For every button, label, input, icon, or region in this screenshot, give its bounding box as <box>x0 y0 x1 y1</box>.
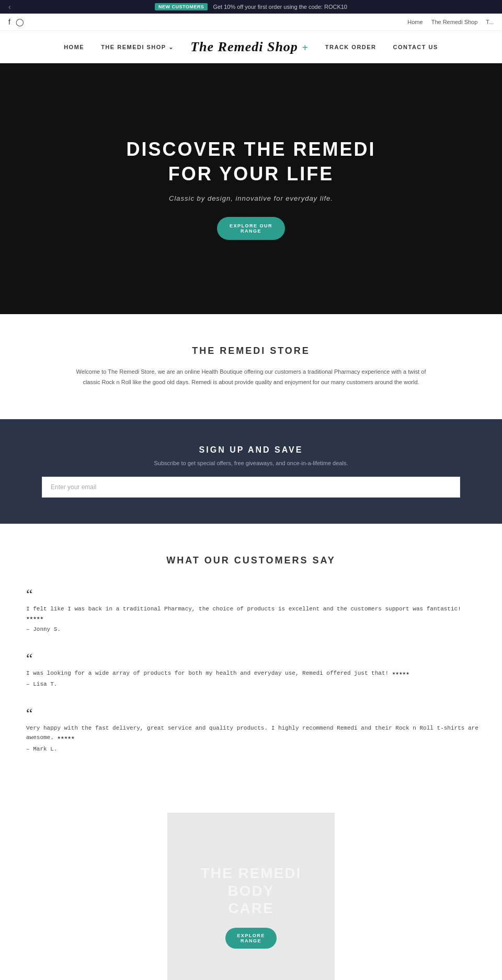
secondary-nav: f ◯ Home The Remedi Shop T... <box>0 14 502 31</box>
nav-shop[interactable]: THE REMEDI SHOP ⌄ <box>101 44 174 51</box>
testimonial-1: “ I felt like I was back in a traditiona… <box>21 587 481 632</box>
testimonial-text-1: I felt like I was back in a traditional … <box>26 605 481 623</box>
dropdown-chevron-icon: ⌄ <box>168 44 174 51</box>
email-input[interactable] <box>42 477 460 498</box>
nav-home[interactable]: HOME <box>64 44 84 50</box>
store-body: Welcome to The Remedi Store, we are an o… <box>73 367 429 388</box>
main-nav: HOME THE REMEDI SHOP ⌄ The Remedi Shop +… <box>0 31 502 63</box>
body-care-heading: THE REMEDI BODYCARE <box>178 864 324 917</box>
testimonial-2: “ I was looking for a wide array of prod… <box>21 651 481 688</box>
body-care-section: THE REMEDI BODYCARE EXPLORERANGE <box>0 802 502 980</box>
signup-subtext: Subscribe to get special offers, free gi… <box>42 460 460 466</box>
announcement-bar: ‹ NEW CUSTOMERS Get 10% off your first o… <box>0 0 502 14</box>
body-care-button[interactable]: EXPLORERANGE <box>225 928 277 949</box>
new-customers-badge: NEW CUSTOMERS <box>155 3 208 10</box>
prev-announcement-icon[interactable]: ‹ <box>8 3 11 11</box>
instagram-icon[interactable]: ◯ <box>16 18 24 26</box>
testimonials-heading: WHAT OUR CUSTOMERS SAY <box>21 555 481 566</box>
facebook-icon[interactable]: f <box>8 18 10 26</box>
signup-section: SIGN UP AND SAVE Subscribe to get specia… <box>0 419 502 524</box>
quote-mark-3: “ <box>26 706 481 721</box>
secondary-nav-links: Home The Remedi Shop T... <box>407 19 494 25</box>
site-logo[interactable]: The Remedi Shop + <box>190 39 309 55</box>
hero-heading: DISCOVER THE REMEDI FOR YOUR LIFE <box>126 137 375 187</box>
signup-heading: SIGN UP AND SAVE <box>42 445 460 455</box>
body-care-card: THE REMEDI BODYCARE EXPLORERANGE <box>167 813 335 980</box>
testimonial-author-2: – Lisa T. <box>26 681 481 687</box>
nav-contact-us[interactable]: CONTACT US <box>393 44 438 50</box>
quote-mark-2: “ <box>26 651 481 666</box>
hero-section: DISCOVER THE REMEDI FOR YOUR LIFE Classi… <box>0 63 502 314</box>
nav-track-order[interactable]: TRACK ORDER <box>325 44 376 50</box>
testimonial-author-1: – Jonny S. <box>26 626 481 632</box>
announcement-text: Get 10% off your first order using the c… <box>213 4 347 10</box>
hero-explore-button[interactable]: EXPLORE OURRANGE <box>217 217 285 240</box>
store-heading: THE REMEDI STORE <box>52 345 450 356</box>
quote-mark-1: “ <box>26 587 481 602</box>
social-icons: f ◯ <box>8 18 24 26</box>
testimonials-section: WHAT OUR CUSTOMERS SAY “ I felt like I w… <box>0 524 502 802</box>
testimonial-text-2: I was looking for a wide array of produc… <box>26 669 481 678</box>
testimonial-3: “ Very happy with the fast delivery, gre… <box>21 706 481 752</box>
store-section: THE REMEDI STORE Welcome to The Remedi S… <box>0 314 502 419</box>
testimonial-author-3: – Mark L. <box>26 746 481 752</box>
hero-subtext: Classic by design, innovative for everyd… <box>169 194 333 202</box>
secondary-nav-shop[interactable]: The Remedi Shop <box>431 19 478 25</box>
secondary-nav-more[interactable]: T... <box>486 19 494 25</box>
secondary-nav-home[interactable]: Home <box>407 19 423 25</box>
testimonial-text-3: Very happy with the fast delivery, great… <box>26 724 481 742</box>
